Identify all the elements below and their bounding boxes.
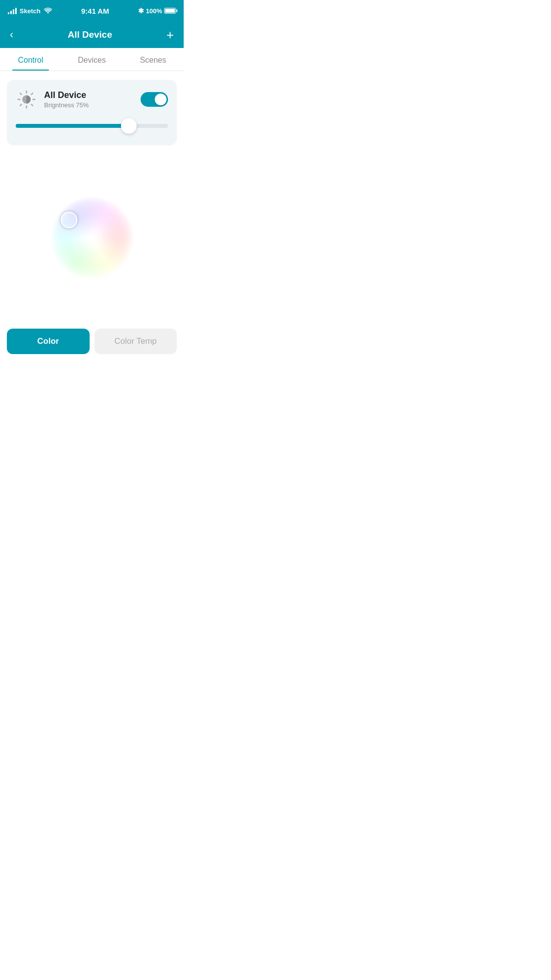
color-selector[interactable] xyxy=(61,212,77,228)
device-card: All Device Brigntness 75% xyxy=(7,80,177,145)
nav-bar: ‹ All Device + xyxy=(0,22,184,48)
device-brightness: Brigntness 75% xyxy=(44,101,89,109)
svg-line-7 xyxy=(31,93,33,95)
tab-control[interactable]: Control xyxy=(0,48,61,71)
bluetooth-icon: ✱ xyxy=(138,7,144,15)
brightness-slider-track[interactable] xyxy=(16,124,168,128)
battery-indicator xyxy=(164,8,176,14)
color-wheel-section xyxy=(0,150,184,324)
device-info: All Device Brigntness 75% xyxy=(16,89,89,110)
signal-icon xyxy=(8,7,17,14)
device-title: All Device xyxy=(44,90,89,100)
status-time: 9:41 AM xyxy=(81,7,109,15)
brightness-icon xyxy=(16,89,37,110)
status-left: Sketch xyxy=(8,7,52,15)
status-right: ✱ 100% xyxy=(138,7,176,15)
color-wheel-wrapper[interactable] xyxy=(16,162,168,314)
tab-bar: Control Devices Scenes xyxy=(0,48,184,71)
device-toggle[interactable] xyxy=(141,92,168,107)
device-text: All Device Brigntness 75% xyxy=(44,90,89,109)
color-temp-button[interactable]: Color Temp xyxy=(95,329,177,354)
device-card-header: All Device Brigntness 75% xyxy=(16,89,168,110)
svg-line-8 xyxy=(20,104,22,106)
svg-line-5 xyxy=(20,93,22,95)
carrier-label: Sketch xyxy=(20,7,41,15)
nav-title: All Device xyxy=(68,29,112,40)
svg-line-6 xyxy=(31,104,33,106)
back-button[interactable]: ‹ xyxy=(10,28,13,41)
tab-devices[interactable]: Devices xyxy=(61,48,122,71)
bottom-buttons: Color Color Temp xyxy=(7,329,177,354)
battery-percent: 100% xyxy=(146,7,162,15)
color-wheel-canvas[interactable] xyxy=(16,162,168,314)
status-bar: Sketch 9:41 AM ✱ 100% xyxy=(0,0,184,22)
tab-scenes[interactable]: Scenes xyxy=(122,48,184,71)
brightness-slider-thumb[interactable] xyxy=(121,118,137,134)
brightness-slider-container xyxy=(16,117,168,135)
color-button[interactable]: Color xyxy=(7,329,90,354)
add-button[interactable]: + xyxy=(167,28,174,41)
wifi-icon xyxy=(44,7,52,15)
